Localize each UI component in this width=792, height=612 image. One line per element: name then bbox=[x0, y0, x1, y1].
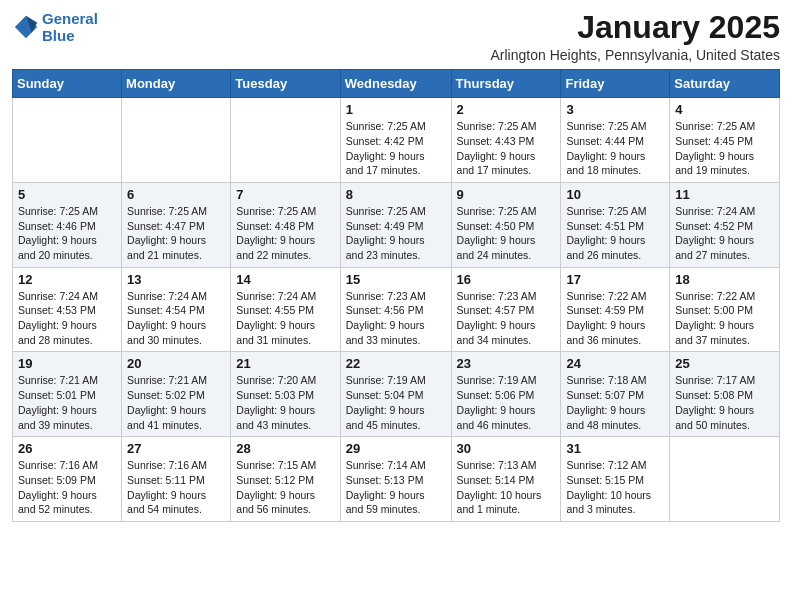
day-info: Sunrise: 7:12 AM Sunset: 5:15 PM Dayligh… bbox=[566, 458, 664, 517]
calendar-day-cell: 12Sunrise: 7:24 AM Sunset: 4:53 PM Dayli… bbox=[13, 267, 122, 352]
calendar-day-cell: 17Sunrise: 7:22 AM Sunset: 4:59 PM Dayli… bbox=[561, 267, 670, 352]
page: General Blue January 2025 Arlington Heig… bbox=[0, 0, 792, 532]
month-title: January 2025 bbox=[491, 10, 781, 45]
day-number: 7 bbox=[236, 187, 334, 202]
weekday-header-sunday: Sunday bbox=[13, 70, 122, 98]
day-number: 6 bbox=[127, 187, 225, 202]
calendar-day-cell bbox=[670, 437, 780, 522]
day-number: 30 bbox=[457, 441, 556, 456]
day-info: Sunrise: 7:23 AM Sunset: 4:57 PM Dayligh… bbox=[457, 289, 556, 348]
day-info: Sunrise: 7:22 AM Sunset: 5:00 PM Dayligh… bbox=[675, 289, 774, 348]
day-number: 5 bbox=[18, 187, 116, 202]
calendar-day-cell: 13Sunrise: 7:24 AM Sunset: 4:54 PM Dayli… bbox=[122, 267, 231, 352]
calendar-day-cell bbox=[231, 98, 340, 183]
day-info: Sunrise: 7:24 AM Sunset: 4:54 PM Dayligh… bbox=[127, 289, 225, 348]
day-info: Sunrise: 7:24 AM Sunset: 4:52 PM Dayligh… bbox=[675, 204, 774, 263]
day-number: 18 bbox=[675, 272, 774, 287]
calendar-day-cell: 26Sunrise: 7:16 AM Sunset: 5:09 PM Dayli… bbox=[13, 437, 122, 522]
day-info: Sunrise: 7:25 AM Sunset: 4:50 PM Dayligh… bbox=[457, 204, 556, 263]
calendar-day-cell: 22Sunrise: 7:19 AM Sunset: 5:04 PM Dayli… bbox=[340, 352, 451, 437]
day-number: 27 bbox=[127, 441, 225, 456]
day-info: Sunrise: 7:24 AM Sunset: 4:55 PM Dayligh… bbox=[236, 289, 334, 348]
day-number: 14 bbox=[236, 272, 334, 287]
logo: General Blue bbox=[12, 10, 98, 45]
calendar-day-cell: 24Sunrise: 7:18 AM Sunset: 5:07 PM Dayli… bbox=[561, 352, 670, 437]
day-number: 28 bbox=[236, 441, 334, 456]
day-info: Sunrise: 7:25 AM Sunset: 4:45 PM Dayligh… bbox=[675, 119, 774, 178]
day-info: Sunrise: 7:19 AM Sunset: 5:04 PM Dayligh… bbox=[346, 373, 446, 432]
day-info: Sunrise: 7:17 AM Sunset: 5:08 PM Dayligh… bbox=[675, 373, 774, 432]
calendar-day-cell: 7Sunrise: 7:25 AM Sunset: 4:48 PM Daylig… bbox=[231, 182, 340, 267]
day-info: Sunrise: 7:25 AM Sunset: 4:44 PM Dayligh… bbox=[566, 119, 664, 178]
calendar-day-cell: 10Sunrise: 7:25 AM Sunset: 4:51 PM Dayli… bbox=[561, 182, 670, 267]
calendar-day-cell: 11Sunrise: 7:24 AM Sunset: 4:52 PM Dayli… bbox=[670, 182, 780, 267]
calendar-day-cell: 5Sunrise: 7:25 AM Sunset: 4:46 PM Daylig… bbox=[13, 182, 122, 267]
day-number: 20 bbox=[127, 356, 225, 371]
day-info: Sunrise: 7:21 AM Sunset: 5:02 PM Dayligh… bbox=[127, 373, 225, 432]
weekday-header-thursday: Thursday bbox=[451, 70, 561, 98]
day-number: 1 bbox=[346, 102, 446, 117]
day-info: Sunrise: 7:25 AM Sunset: 4:46 PM Dayligh… bbox=[18, 204, 116, 263]
calendar-day-cell: 2Sunrise: 7:25 AM Sunset: 4:43 PM Daylig… bbox=[451, 98, 561, 183]
location-subtitle: Arlington Heights, Pennsylvania, United … bbox=[491, 47, 781, 63]
calendar-day-cell: 21Sunrise: 7:20 AM Sunset: 5:03 PM Dayli… bbox=[231, 352, 340, 437]
calendar-week-row: 5Sunrise: 7:25 AM Sunset: 4:46 PM Daylig… bbox=[13, 182, 780, 267]
day-number: 4 bbox=[675, 102, 774, 117]
day-number: 29 bbox=[346, 441, 446, 456]
weekday-header-saturday: Saturday bbox=[670, 70, 780, 98]
calendar-day-cell: 20Sunrise: 7:21 AM Sunset: 5:02 PM Dayli… bbox=[122, 352, 231, 437]
calendar-day-cell: 28Sunrise: 7:15 AM Sunset: 5:12 PM Dayli… bbox=[231, 437, 340, 522]
day-info: Sunrise: 7:18 AM Sunset: 5:07 PM Dayligh… bbox=[566, 373, 664, 432]
calendar-day-cell bbox=[122, 98, 231, 183]
logo-text: General Blue bbox=[42, 10, 98, 45]
day-number: 10 bbox=[566, 187, 664, 202]
weekday-header-friday: Friday bbox=[561, 70, 670, 98]
day-number: 19 bbox=[18, 356, 116, 371]
day-info: Sunrise: 7:25 AM Sunset: 4:49 PM Dayligh… bbox=[346, 204, 446, 263]
day-number: 8 bbox=[346, 187, 446, 202]
calendar-day-cell: 1Sunrise: 7:25 AM Sunset: 4:42 PM Daylig… bbox=[340, 98, 451, 183]
day-number: 31 bbox=[566, 441, 664, 456]
day-info: Sunrise: 7:19 AM Sunset: 5:06 PM Dayligh… bbox=[457, 373, 556, 432]
weekday-header-wednesday: Wednesday bbox=[340, 70, 451, 98]
weekday-header-row: SundayMondayTuesdayWednesdayThursdayFrid… bbox=[13, 70, 780, 98]
day-info: Sunrise: 7:22 AM Sunset: 4:59 PM Dayligh… bbox=[566, 289, 664, 348]
day-info: Sunrise: 7:14 AM Sunset: 5:13 PM Dayligh… bbox=[346, 458, 446, 517]
calendar-day-cell: 4Sunrise: 7:25 AM Sunset: 4:45 PM Daylig… bbox=[670, 98, 780, 183]
calendar-day-cell: 29Sunrise: 7:14 AM Sunset: 5:13 PM Dayli… bbox=[340, 437, 451, 522]
day-info: Sunrise: 7:15 AM Sunset: 5:12 PM Dayligh… bbox=[236, 458, 334, 517]
weekday-header-monday: Monday bbox=[122, 70, 231, 98]
day-info: Sunrise: 7:23 AM Sunset: 4:56 PM Dayligh… bbox=[346, 289, 446, 348]
day-info: Sunrise: 7:21 AM Sunset: 5:01 PM Dayligh… bbox=[18, 373, 116, 432]
weekday-header-tuesday: Tuesday bbox=[231, 70, 340, 98]
day-number: 26 bbox=[18, 441, 116, 456]
day-info: Sunrise: 7:25 AM Sunset: 4:51 PM Dayligh… bbox=[566, 204, 664, 263]
day-number: 22 bbox=[346, 356, 446, 371]
day-number: 16 bbox=[457, 272, 556, 287]
day-number: 13 bbox=[127, 272, 225, 287]
calendar-body: 1Sunrise: 7:25 AM Sunset: 4:42 PM Daylig… bbox=[13, 98, 780, 522]
day-number: 25 bbox=[675, 356, 774, 371]
calendar-week-row: 26Sunrise: 7:16 AM Sunset: 5:09 PM Dayli… bbox=[13, 437, 780, 522]
day-info: Sunrise: 7:25 AM Sunset: 4:42 PM Dayligh… bbox=[346, 119, 446, 178]
logo-general: General bbox=[42, 10, 98, 27]
calendar-day-cell: 3Sunrise: 7:25 AM Sunset: 4:44 PM Daylig… bbox=[561, 98, 670, 183]
calendar-day-cell: 25Sunrise: 7:17 AM Sunset: 5:08 PM Dayli… bbox=[670, 352, 780, 437]
day-number: 17 bbox=[566, 272, 664, 287]
calendar-table: SundayMondayTuesdayWednesdayThursdayFrid… bbox=[12, 69, 780, 522]
day-number: 3 bbox=[566, 102, 664, 117]
calendar-day-cell: 27Sunrise: 7:16 AM Sunset: 5:11 PM Dayli… bbox=[122, 437, 231, 522]
day-info: Sunrise: 7:16 AM Sunset: 5:11 PM Dayligh… bbox=[127, 458, 225, 517]
calendar-day-cell: 8Sunrise: 7:25 AM Sunset: 4:49 PM Daylig… bbox=[340, 182, 451, 267]
calendar-day-cell: 31Sunrise: 7:12 AM Sunset: 5:15 PM Dayli… bbox=[561, 437, 670, 522]
day-number: 2 bbox=[457, 102, 556, 117]
day-number: 15 bbox=[346, 272, 446, 287]
calendar-day-cell: 16Sunrise: 7:23 AM Sunset: 4:57 PM Dayli… bbox=[451, 267, 561, 352]
calendar-header: SundayMondayTuesdayWednesdayThursdayFrid… bbox=[13, 70, 780, 98]
title-block: January 2025 Arlington Heights, Pennsylv… bbox=[491, 10, 781, 63]
calendar-week-row: 1Sunrise: 7:25 AM Sunset: 4:42 PM Daylig… bbox=[13, 98, 780, 183]
day-info: Sunrise: 7:16 AM Sunset: 5:09 PM Dayligh… bbox=[18, 458, 116, 517]
calendar-week-row: 19Sunrise: 7:21 AM Sunset: 5:01 PM Dayli… bbox=[13, 352, 780, 437]
day-info: Sunrise: 7:13 AM Sunset: 5:14 PM Dayligh… bbox=[457, 458, 556, 517]
day-info: Sunrise: 7:24 AM Sunset: 4:53 PM Dayligh… bbox=[18, 289, 116, 348]
